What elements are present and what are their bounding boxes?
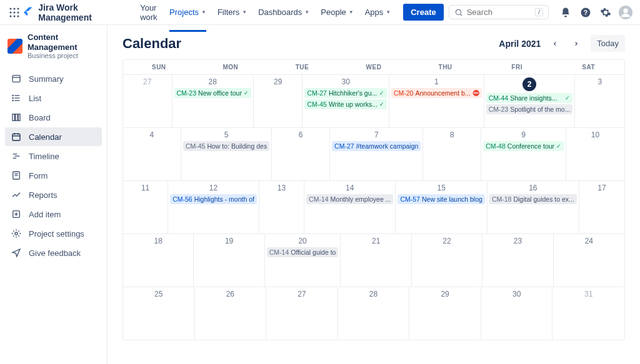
nav-apps[interactable]: Apps▼ — [360, 0, 396, 26]
sidebar-item-board[interactable]: Board — [5, 108, 102, 127]
calendar-day-cell[interactable]: 22 — [412, 234, 482, 287]
profile-icon[interactable] — [619, 6, 632, 19]
calendar-event[interactable]: CM-14Official guide to — [267, 247, 339, 257]
calendar-day-cell[interactable]: 20CM-14Official guide to — [265, 234, 341, 287]
calendar-event[interactable]: CM-45How to: Building des — [183, 141, 269, 151]
calendar-day-cell[interactable]: 3 — [575, 75, 624, 127]
calendar-day-cell[interactable]: 30CM-27Hitchhiker's gu...✓CM-45Write up … — [302, 75, 389, 127]
calendar-day-cell[interactable]: 2CM-44Share insights...✓CM-23Spotlight o… — [484, 75, 576, 127]
calendar-day-cell[interactable]: 7CM-27#teamwork campaign — [330, 128, 423, 180]
sidebar-item-form[interactable]: Form — [5, 166, 102, 185]
sidebar-item-summary[interactable]: Summary — [5, 69, 102, 88]
sidebar-item-list[interactable]: List — [5, 89, 102, 107]
calendar-day-cell[interactable]: 21 — [341, 234, 411, 287]
nav-people[interactable]: People▼ — [316, 0, 358, 26]
next-month-button[interactable] — [569, 36, 583, 52]
sidebar-item-calendar[interactable]: Calendar — [5, 127, 102, 146]
event-key: CM-18 — [492, 195, 512, 203]
nav-your-work[interactable]: Your work — [135, 0, 163, 26]
event-title: Digital guides to ex... — [513, 195, 574, 203]
sidebar-item-label: Add item — [29, 210, 61, 219]
event-title: Share insights... — [510, 94, 563, 102]
prev-month-button[interactable] — [548, 36, 562, 52]
event-title: #teamwork campaign — [356, 142, 419, 150]
calendar-day-cell[interactable]: 28CM-23New office tour✓ — [172, 75, 254, 127]
svg-point-22 — [12, 101, 13, 101]
event-key: CM-23 — [489, 106, 509, 113]
create-button[interactable]: Create — [403, 4, 443, 21]
calendar-day-cell[interactable]: 11 — [123, 181, 168, 234]
calendar-event[interactable]: CM-57New site launch blog — [398, 194, 484, 204]
calendar-day-cell[interactable]: 1CM-20Announcement b...⛔ — [389, 75, 484, 127]
calendar-day-cell[interactable]: 17 — [579, 181, 624, 234]
calendar-event[interactable]: CM-23New office tour✓ — [174, 88, 251, 98]
day-number: 16 — [489, 184, 577, 192]
calendar-day-cell[interactable]: 31 — [552, 287, 624, 340]
calendar-day-cell[interactable]: 12CM-56Highlights - month of — [168, 181, 259, 234]
day-number: 28 — [174, 77, 251, 86]
day-number: 30 — [483, 290, 551, 298]
calendar-day-cell[interactable]: 30 — [481, 287, 553, 340]
calendar-day-cell[interactable]: 29 — [409, 287, 481, 340]
calendar-day-cell[interactable]: 16CM-18Digital guides to ex... — [488, 181, 579, 234]
sidebar-item-timeline[interactable]: Timeline — [5, 147, 102, 165]
check-icon: ✓ — [244, 90, 249, 96]
calendar-day-cell[interactable]: 8 — [423, 128, 481, 180]
calendar-day-cell[interactable]: 27 — [123, 75, 172, 127]
calendar-event[interactable]: CM-27Hitchhiker's gu...✓ — [304, 88, 387, 98]
calendar-day-cell[interactable]: 25 — [123, 287, 195, 340]
calendar-day-cell[interactable]: 19 — [194, 234, 264, 287]
calendar-day-cell[interactable]: 14CM-14Monthly employee ... — [304, 181, 396, 234]
app-switcher-icon[interactable] — [8, 5, 21, 20]
calendar-event[interactable]: CM-27#teamwork campaign — [332, 141, 421, 151]
calendar-event[interactable]: CM-44Share insights...✓ — [486, 93, 573, 103]
sidebar-item-add-item[interactable]: Add item — [5, 205, 102, 224]
today-button[interactable]: Today — [591, 35, 625, 52]
nav-dashboards[interactable]: Dashboards▼ — [253, 0, 314, 26]
list-icon — [11, 93, 21, 103]
sidebar-item-give-feedback[interactable]: Give feedback — [5, 243, 102, 262]
calendar-event[interactable]: CM-23Spotlight of the mo... — [486, 104, 573, 114]
calendar-day-cell[interactable]: 29 — [254, 75, 303, 127]
sidebar-item-project-settings[interactable]: Project settings — [5, 224, 102, 243]
day-number: 27 — [125, 77, 170, 86]
day-number: 31 — [554, 290, 622, 298]
day-number: 25 — [125, 290, 192, 298]
svg-point-7 — [14, 15, 16, 17]
search-input[interactable] — [467, 7, 532, 17]
nav-projects[interactable]: Projects▼ — [164, 0, 211, 26]
calendar-event[interactable]: CM-18Digital guides to ex... — [489, 194, 577, 204]
search-box[interactable]: / — [449, 5, 549, 19]
calendar-event[interactable]: CM-48Conference tour✓ — [483, 141, 564, 151]
svg-point-9 — [456, 9, 461, 14]
settings-icon[interactable] — [599, 6, 612, 19]
calendar-event[interactable]: CM-56Highlights - month of — [170, 194, 257, 204]
project-header[interactable]: Content Management Business project — [5, 32, 102, 59]
calendar-day-cell[interactable]: 18 — [123, 234, 194, 287]
nav-filters[interactable]: Filters▼ — [212, 0, 252, 26]
svg-text:?: ? — [584, 8, 588, 16]
calendar-day-cell[interactable]: 24 — [554, 234, 624, 287]
calendar-event[interactable]: CM-20Announcement b...⛔ — [391, 88, 482, 98]
calendar-day-cell[interactable]: 4 — [123, 128, 181, 180]
calendar-day-cell[interactable]: 15CM-57New site launch blog — [396, 181, 487, 234]
day-number: 5 — [183, 130, 269, 139]
svg-point-1 — [14, 7, 16, 9]
calendar-event[interactable]: CM-14Monthly employee ... — [306, 194, 393, 204]
notifications-icon[interactable] — [559, 6, 572, 19]
calendar-day-cell[interactable]: 10 — [566, 128, 624, 180]
calendar-day-cell[interactable]: 9CM-48Conference tour✓ — [481, 128, 566, 180]
calendar-day-cell[interactable]: 5CM-45How to: Building des — [181, 128, 272, 180]
sidebar-item-reports[interactable]: Reports — [5, 185, 102, 204]
product-logo[interactable]: Jira Work Management — [24, 2, 128, 22]
calendar-day-cell[interactable]: 6 — [272, 128, 330, 180]
day-header: WED — [338, 60, 410, 74]
calendar-day-cell[interactable]: 23 — [482, 234, 553, 287]
calendar-event[interactable]: CM-45Write up works...✓ — [304, 99, 387, 109]
calendar-day-cell[interactable]: 27 — [266, 287, 338, 340]
calendar-day-cell[interactable]: 13 — [259, 181, 304, 234]
calendar-day-cell[interactable]: 28 — [338, 287, 410, 340]
calendar-day-cell[interactable]: 26 — [195, 287, 267, 340]
day-number: 18 — [125, 237, 191, 245]
help-icon[interactable]: ? — [579, 6, 592, 19]
